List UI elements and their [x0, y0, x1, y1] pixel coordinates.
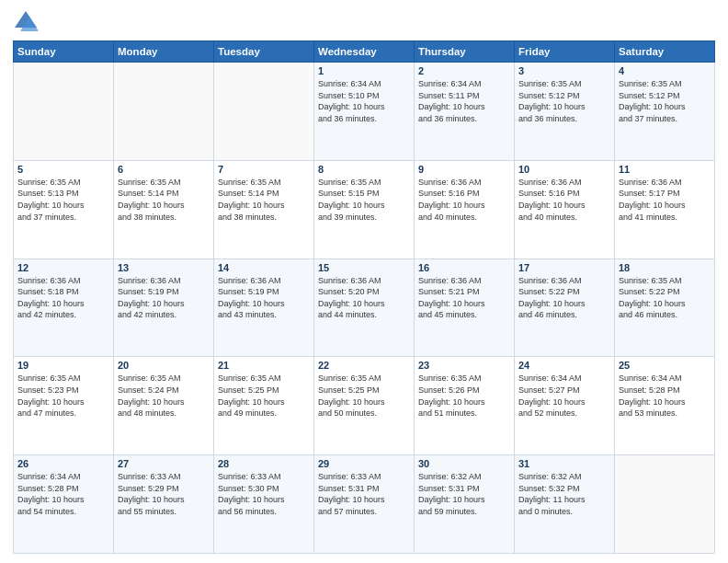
calendar-week-2: 5Sunrise: 6:35 AM Sunset: 5:13 PM Daylig…	[14, 160, 715, 259]
day-number: 2	[418, 65, 510, 76]
day-info: Sunrise: 6:33 AM Sunset: 5:29 PM Dayligh…	[118, 471, 210, 517]
day-info: Sunrise: 6:35 AM Sunset: 5:26 PM Dayligh…	[418, 373, 510, 419]
calendar-cell: 26Sunrise: 6:34 AM Sunset: 5:28 PM Dayli…	[14, 455, 114, 554]
day-info: Sunrise: 6:36 AM Sunset: 5:16 PM Dayligh…	[418, 177, 510, 223]
calendar-cell: 7Sunrise: 6:35 AM Sunset: 5:14 PM Daylig…	[214, 160, 314, 259]
calendar-cell: 14Sunrise: 6:36 AM Sunset: 5:19 PM Dayli…	[214, 259, 314, 357]
calendar-cell: 16Sunrise: 6:36 AM Sunset: 5:21 PM Dayli…	[415, 259, 515, 357]
day-header-tuesday: Tuesday	[214, 41, 314, 63]
calendar-cell	[214, 63, 314, 161]
day-number: 11	[619, 164, 711, 175]
calendar-cell: 27Sunrise: 6:33 AM Sunset: 5:29 PM Dayli…	[114, 455, 214, 554]
day-number: 24	[518, 360, 610, 371]
day-number: 14	[218, 262, 310, 273]
day-info: Sunrise: 6:35 AM Sunset: 5:14 PM Dayligh…	[118, 177, 210, 223]
calendar-cell: 24Sunrise: 6:34 AM Sunset: 5:27 PM Dayli…	[515, 357, 615, 455]
day-info: Sunrise: 6:36 AM Sunset: 5:19 PM Dayligh…	[118, 275, 210, 321]
calendar-cell: 18Sunrise: 6:35 AM Sunset: 5:22 PM Dayli…	[615, 259, 715, 357]
day-number: 27	[118, 458, 210, 469]
calendar-cell: 19Sunrise: 6:35 AM Sunset: 5:23 PM Dayli…	[14, 357, 114, 455]
calendar-cell: 10Sunrise: 6:36 AM Sunset: 5:16 PM Dayli…	[515, 160, 615, 259]
calendar-header-row: SundayMondayTuesdayWednesdayThursdayFrid…	[14, 41, 715, 63]
calendar-cell: 29Sunrise: 6:33 AM Sunset: 5:31 PM Dayli…	[314, 455, 415, 554]
calendar-cell: 20Sunrise: 6:35 AM Sunset: 5:24 PM Dayli…	[114, 357, 214, 455]
day-number: 18	[619, 262, 711, 273]
calendar-cell: 11Sunrise: 6:36 AM Sunset: 5:17 PM Dayli…	[615, 160, 715, 259]
calendar-week-4: 19Sunrise: 6:35 AM Sunset: 5:23 PM Dayli…	[14, 357, 715, 455]
header	[13, 9, 715, 35]
day-info: Sunrise: 6:35 AM Sunset: 5:25 PM Dayligh…	[318, 373, 410, 419]
day-info: Sunrise: 6:34 AM Sunset: 5:28 PM Dayligh…	[17, 471, 109, 517]
day-number: 1	[318, 65, 410, 76]
calendar-cell: 13Sunrise: 6:36 AM Sunset: 5:19 PM Dayli…	[114, 259, 214, 357]
day-number: 31	[518, 458, 610, 469]
day-number: 4	[619, 65, 711, 76]
day-number: 6	[118, 164, 210, 175]
day-info: Sunrise: 6:36 AM Sunset: 5:19 PM Dayligh…	[218, 275, 310, 321]
calendar-cell: 21Sunrise: 6:35 AM Sunset: 5:25 PM Dayli…	[214, 357, 314, 455]
calendar-cell: 5Sunrise: 6:35 AM Sunset: 5:13 PM Daylig…	[14, 160, 114, 259]
day-number: 29	[318, 458, 410, 469]
day-info: Sunrise: 6:35 AM Sunset: 5:25 PM Dayligh…	[218, 373, 310, 419]
day-info: Sunrise: 6:35 AM Sunset: 5:22 PM Dayligh…	[619, 275, 711, 321]
day-number: 7	[218, 164, 310, 175]
day-number: 20	[118, 360, 210, 371]
day-info: Sunrise: 6:33 AM Sunset: 5:30 PM Dayligh…	[218, 471, 310, 517]
calendar-page: SundayMondayTuesdayWednesdayThursdayFrid…	[0, 0, 728, 563]
day-info: Sunrise: 6:35 AM Sunset: 5:12 PM Dayligh…	[518, 78, 610, 124]
day-number: 30	[418, 458, 510, 469]
day-info: Sunrise: 6:36 AM Sunset: 5:21 PM Dayligh…	[418, 275, 510, 321]
day-number: 13	[118, 262, 210, 273]
calendar-cell: 23Sunrise: 6:35 AM Sunset: 5:26 PM Dayli…	[415, 357, 515, 455]
logo	[13, 9, 40, 35]
day-number: 10	[518, 164, 610, 175]
day-info: Sunrise: 6:36 AM Sunset: 5:17 PM Dayligh…	[619, 177, 711, 223]
day-info: Sunrise: 6:35 AM Sunset: 5:23 PM Dayligh…	[17, 373, 109, 419]
day-number: 16	[418, 262, 510, 273]
calendar-cell: 2Sunrise: 6:34 AM Sunset: 5:11 PM Daylig…	[415, 63, 515, 161]
day-info: Sunrise: 6:35 AM Sunset: 5:15 PM Dayligh…	[318, 177, 410, 223]
calendar-cell: 12Sunrise: 6:36 AM Sunset: 5:18 PM Dayli…	[14, 259, 114, 357]
day-number: 19	[17, 360, 109, 371]
day-info: Sunrise: 6:35 AM Sunset: 5:12 PM Dayligh…	[619, 78, 711, 124]
calendar-cell: 3Sunrise: 6:35 AM Sunset: 5:12 PM Daylig…	[515, 63, 615, 161]
day-info: Sunrise: 6:34 AM Sunset: 5:11 PM Dayligh…	[418, 78, 510, 124]
day-header-friday: Friday	[515, 41, 615, 63]
day-number: 17	[518, 262, 610, 273]
calendar-cell	[114, 63, 214, 161]
day-number: 8	[318, 164, 410, 175]
day-info: Sunrise: 6:36 AM Sunset: 5:22 PM Dayligh…	[518, 275, 610, 321]
calendar-week-1: 1Sunrise: 6:34 AM Sunset: 5:10 PM Daylig…	[14, 63, 715, 161]
logo-icon	[13, 9, 39, 35]
day-info: Sunrise: 6:36 AM Sunset: 5:18 PM Dayligh…	[17, 275, 109, 321]
day-number: 28	[218, 458, 310, 469]
calendar-cell: 25Sunrise: 6:34 AM Sunset: 5:28 PM Dayli…	[615, 357, 715, 455]
day-header-sunday: Sunday	[14, 41, 114, 63]
day-header-wednesday: Wednesday	[314, 41, 415, 63]
calendar-cell: 4Sunrise: 6:35 AM Sunset: 5:12 PM Daylig…	[615, 63, 715, 161]
day-number: 5	[17, 164, 109, 175]
calendar-body: 1Sunrise: 6:34 AM Sunset: 5:10 PM Daylig…	[14, 63, 715, 554]
calendar-cell: 9Sunrise: 6:36 AM Sunset: 5:16 PM Daylig…	[415, 160, 515, 259]
day-info: Sunrise: 6:34 AM Sunset: 5:28 PM Dayligh…	[619, 373, 711, 419]
day-number: 9	[418, 164, 510, 175]
day-number: 23	[418, 360, 510, 371]
day-info: Sunrise: 6:35 AM Sunset: 5:14 PM Dayligh…	[218, 177, 310, 223]
day-number: 22	[318, 360, 410, 371]
day-info: Sunrise: 6:35 AM Sunset: 5:13 PM Dayligh…	[17, 177, 109, 223]
calendar-cell	[615, 455, 715, 554]
day-number: 26	[17, 458, 109, 469]
day-number: 25	[619, 360, 711, 371]
day-number: 12	[17, 262, 109, 273]
calendar-cell: 30Sunrise: 6:32 AM Sunset: 5:31 PM Dayli…	[415, 455, 515, 554]
day-info: Sunrise: 6:34 AM Sunset: 5:10 PM Dayligh…	[318, 78, 410, 124]
day-header-saturday: Saturday	[615, 41, 715, 63]
calendar-cell: 22Sunrise: 6:35 AM Sunset: 5:25 PM Dayli…	[314, 357, 415, 455]
calendar-cell: 31Sunrise: 6:32 AM Sunset: 5:32 PM Dayli…	[515, 455, 615, 554]
calendar-cell	[14, 63, 114, 161]
day-header-thursday: Thursday	[415, 41, 515, 63]
day-header-monday: Monday	[114, 41, 214, 63]
calendar-cell: 28Sunrise: 6:33 AM Sunset: 5:30 PM Dayli…	[214, 455, 314, 554]
day-number: 21	[218, 360, 310, 371]
day-number: 3	[518, 65, 610, 76]
